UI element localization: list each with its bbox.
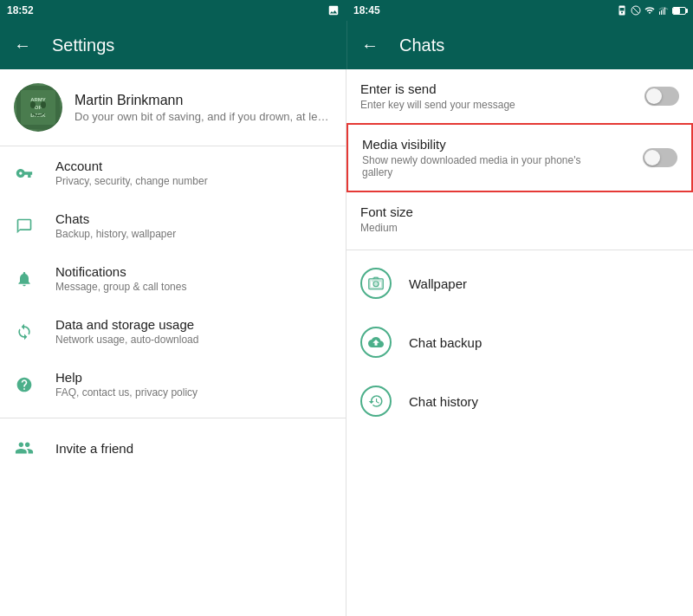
enter-is-send-text: Enter is send Enter key will send your m…	[360, 81, 515, 111]
svg-rect-2	[659, 11, 660, 15]
sim-icon	[617, 5, 627, 16]
media-visibility-subtitle: Show newly downloaded media in your phon…	[362, 154, 587, 178]
signal-icon	[658, 5, 669, 16]
chats-panel: Enter is send Enter key will send your m…	[346, 69, 693, 616]
chats-back-button[interactable]: ←	[361, 36, 379, 55]
invite-text: Invite a friend	[55, 441, 133, 456]
chat-icon	[14, 216, 35, 237]
chat-backup-label: Chat backup	[409, 335, 482, 350]
help-title: Help	[55, 370, 198, 385]
media-visibility-item[interactable]: Media visibility Show newly downloaded m…	[346, 123, 693, 192]
enter-is-send-toggle[interactable]	[644, 87, 679, 106]
media-visibility-text: Media visibility Show newly downloaded m…	[362, 137, 587, 178]
chat-history-label: Chat history	[409, 394, 478, 409]
svg-point-11	[30, 101, 36, 108]
notifications-title: Notifications	[55, 264, 186, 279]
chat-history-item[interactable]: Chat history	[346, 372, 693, 431]
media-visibility-knob	[644, 150, 660, 165]
invite-title: Invite a friend	[55, 441, 133, 456]
enter-is-send-item[interactable]: Enter is send Enter key will send your m…	[346, 69, 693, 123]
settings-data-text: Data and storage usage Network usage, au…	[55, 317, 198, 346]
left-time: 18:52	[7, 4, 34, 16]
profile-status: Do your own bit of saving, and if you dr…	[74, 110, 328, 123]
data-title: Data and storage usage	[55, 317, 198, 332]
key-icon	[14, 163, 35, 184]
account-subtitle: Privacy, security, change number	[55, 175, 208, 187]
notifications-subtitle: Message, group & call tones	[55, 281, 186, 293]
profile-info: Martin Brinkmann Do your own bit of savi…	[74, 93, 328, 123]
svg-line-1	[632, 7, 638, 13]
help-subtitle: FAQ, contact us, privacy policy	[55, 386, 198, 399]
chat-backup-item[interactable]: Chat backup	[346, 313, 693, 372]
account-title: Account	[55, 159, 208, 173]
people-icon	[14, 438, 35, 458]
wallpaper-label: Wallpaper	[409, 276, 467, 291]
media-visibility-title: Media visibility	[362, 137, 587, 152]
chats-setting-subtitle: Backup, history, wallpaper	[55, 228, 176, 240]
profile-section[interactable]: ARMY OF DARK Martin Brinkmann Do your ow…	[0, 69, 346, 146]
svg-rect-5	[664, 8, 665, 16]
right-time: 18:45	[353, 4, 380, 16]
svg-rect-4	[663, 9, 664, 15]
font-size-subtitle: Medium	[360, 222, 413, 234]
enter-is-send-subtitle: Enter key will send your message	[360, 99, 515, 111]
wifi-icon	[644, 5, 655, 16]
toggle-knob	[646, 88, 662, 104]
chats-divider	[346, 250, 693, 250]
settings-item-invite[interactable]: Invite a friend	[0, 425, 346, 470]
chats-title: Chats	[399, 36, 444, 55]
font-size-title: Font size	[360, 204, 413, 219]
chats-header: ← Chats	[346, 21, 693, 69]
photo-icon	[327, 4, 340, 16]
help-icon	[14, 374, 35, 395]
settings-divider	[0, 418, 346, 418]
data-subtitle: Network usage, auto-download	[55, 334, 198, 346]
settings-header: ← Settings	[0, 21, 346, 69]
avatar-text: ARMY OF DARK	[15, 84, 62, 131]
settings-help-text: Help FAQ, contact us, privacy policy	[55, 370, 198, 399]
sync-icon	[14, 321, 35, 342]
settings-item-data-storage[interactable]: Data and storage usage Network usage, au…	[0, 305, 346, 358]
svg-point-12	[41, 101, 46, 108]
bell-icon	[14, 269, 35, 289]
settings-item-notifications[interactable]: Notifications Message, group & call tone…	[0, 252, 346, 305]
block-icon	[631, 5, 641, 16]
chats-setting-title: Chats	[55, 211, 176, 226]
avatar: ARMY OF DARK	[14, 83, 62, 132]
wallpaper-item[interactable]: Wallpaper	[346, 254, 693, 313]
font-size-text: Font size Medium	[360, 204, 413, 234]
settings-panel: ARMY OF DARK Martin Brinkmann Do your ow…	[0, 69, 346, 616]
settings-back-button[interactable]: ←	[14, 36, 31, 55]
profile-name: Martin Brinkmann	[74, 93, 328, 108]
enter-is-send-title: Enter is send	[360, 81, 515, 96]
battery-icon	[672, 7, 686, 15]
backup-icon	[360, 327, 392, 358]
left-status-bar: 18:52	[0, 0, 346, 21]
svg-rect-3	[661, 10, 662, 16]
right-status-bar: 18:45	[346, 0, 693, 21]
settings-item-chats[interactable]: Chats Backup, history, wallpaper	[0, 199, 346, 252]
right-status-icons	[617, 5, 686, 16]
settings-account-text: Account Privacy, security, change number	[55, 159, 208, 187]
settings-item-account[interactable]: Account Privacy, security, change number	[0, 146, 346, 199]
settings-title: Settings	[52, 36, 114, 55]
left-status-icons	[327, 4, 340, 16]
history-icon	[360, 386, 392, 417]
avatar-image: ARMY OF DARK	[16, 86, 60, 129]
settings-notifications-text: Notifications Message, group & call tone…	[55, 264, 186, 293]
wallpaper-icon	[360, 268, 392, 299]
media-visibility-toggle[interactable]	[643, 148, 677, 167]
settings-chats-text: Chats Backup, history, wallpaper	[55, 211, 176, 240]
font-size-item[interactable]: Font size Medium	[346, 192, 693, 246]
settings-item-help[interactable]: Help FAQ, contact us, privacy policy	[0, 358, 346, 411]
